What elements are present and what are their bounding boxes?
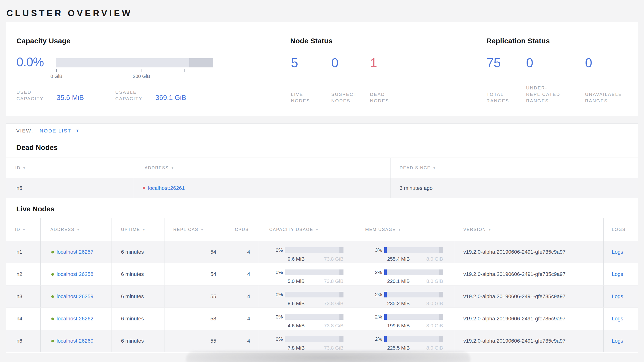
dead-nodes-heading: Dead Nodes xyxy=(16,138,638,152)
capacity-percent: 0% xyxy=(265,269,283,275)
mem-total-value: 8.0 GiB xyxy=(426,345,443,351)
capacity-stat-label: USABLE CAPACITY xyxy=(115,89,156,102)
node-address-cell: localhost:26257 xyxy=(40,241,111,263)
column-header-label: DEAD SINCE xyxy=(400,165,430,170)
node-address-link[interactable]: localhost:26260 xyxy=(56,338,93,344)
column-header[interactable]: REPLICAS ▼ xyxy=(164,218,224,241)
view-selector-bar: VIEW: NODE LIST ▼ xyxy=(6,123,638,138)
node-status-stat: 0 SUSPECT NODES xyxy=(331,55,370,104)
table-row: n1 localhost:26257 6 minutes 54 4 0% xyxy=(6,241,638,263)
axis-tick-label: 0 GiB xyxy=(50,74,62,79)
table-row: n3 localhost:26259 6 minutes 55 4 0% xyxy=(6,285,638,308)
mem-usage-bar xyxy=(384,314,443,320)
uptime-cell: 6 minutes xyxy=(111,241,164,263)
logs-cell: Logs xyxy=(604,330,638,352)
cpus-cell: 4 xyxy=(224,241,259,263)
sort-arrow-icon: ▼ xyxy=(200,228,204,232)
replication-stat: 75 TOTAL RANGES xyxy=(486,55,526,104)
column-header: LOGS xyxy=(604,218,638,241)
version-cell: v19.2.0-alpha.20190606-2491-gfe735c9a97 xyxy=(454,241,604,263)
logs-link[interactable]: Logs xyxy=(612,316,623,322)
bar-used-segment xyxy=(384,336,387,342)
replication-stat: 0 UNDER- REPLICATED RANGES xyxy=(526,55,585,104)
logs-link[interactable]: Logs xyxy=(612,249,623,255)
bar-other-segment xyxy=(340,292,344,297)
node-id-cell: n5 xyxy=(6,178,134,198)
mem-percent: 2% xyxy=(362,292,382,297)
logs-link[interactable]: Logs xyxy=(612,271,623,277)
cpus-cell: 4 xyxy=(224,263,259,285)
capacity-usage-cell: 0% 4.6 MiB 73.8 GiB xyxy=(259,308,356,330)
column-header[interactable]: MEM USAGE ▼ xyxy=(356,218,454,241)
capacity-usage-cell: 0% 7.8 MiB 73.8 GiB xyxy=(259,330,356,352)
sort-arrow-icon: ▼ xyxy=(23,166,26,170)
capacity-used-value: 8.6 MiB xyxy=(288,301,304,306)
column-header[interactable]: ID ▼ xyxy=(6,158,134,178)
capacity-used-percent: 0.0% xyxy=(16,55,44,69)
mem-usage-cell: 2% 220.1 MiB 8.0 GiB xyxy=(356,263,454,285)
bar-other-segment xyxy=(439,269,443,275)
node-address-cell: localhost:26259 xyxy=(40,285,111,307)
column-header-label: ADDRESS xyxy=(50,227,74,232)
logs-link[interactable]: Logs xyxy=(612,338,623,344)
capacity-stat-label: USED CAPACITY xyxy=(16,89,56,102)
horizontal-scrollbar[interactable] xyxy=(186,351,470,362)
node-address-link[interactable]: localhost:26258 xyxy=(56,271,93,277)
dead-since-cell: 3 minutes ago xyxy=(390,178,638,198)
mem-usage-cell: 2% 235.2 MiB 8.0 GiB xyxy=(356,285,454,307)
mem-percent: 2% xyxy=(362,269,382,275)
capacity-meter-other-segment xyxy=(189,58,213,67)
node-status-stats: 5 LIVE NODES 0 SUSPECT NODES 1 DEAD NODE… xyxy=(291,55,410,104)
node-id-cell: n4 xyxy=(6,308,40,330)
mem-total-value: 8.0 GiB xyxy=(426,256,443,262)
node-address-link[interactable]: localhost:26262 xyxy=(56,316,93,322)
stat-number: 0 xyxy=(331,55,370,70)
node-address-link[interactable]: localhost:26259 xyxy=(56,293,93,300)
bar-other-segment xyxy=(340,269,344,275)
stat-label: TOTAL RANGES xyxy=(486,91,526,104)
stat-number: 75 xyxy=(486,55,526,70)
mem-total-value: 8.0 GiB xyxy=(426,323,443,328)
node-address-link[interactable]: localhost:26261 xyxy=(148,185,185,191)
replicas-cell: 54 xyxy=(164,241,224,263)
table-row: n6 localhost:26260 6 minutes 55 4 0% xyxy=(6,330,638,352)
column-header[interactable]: ADDRESS ▼ xyxy=(40,218,111,241)
sort-arrow-icon: ▼ xyxy=(22,228,26,232)
dead-nodes-table-body: n5 localhost:26261 3 minutes ago xyxy=(6,178,638,198)
view-dropdown[interactable]: NODE LIST xyxy=(40,128,71,134)
logs-link[interactable]: Logs xyxy=(612,293,623,300)
column-header[interactable]: CAPACITY USAGE ▼ xyxy=(259,218,356,241)
axis-tick xyxy=(184,69,184,72)
capacity-usage-cell: 0% 5.0 MiB 73.8 GiB xyxy=(259,263,356,285)
node-status-dot xyxy=(51,295,54,298)
sort-arrow-icon: ▼ xyxy=(488,228,492,232)
logs-cell: Logs xyxy=(604,263,638,285)
column-header[interactable]: ADDRESS ▼ xyxy=(134,158,390,178)
logs-cell: Logs xyxy=(604,308,638,330)
sort-arrow-icon: ▼ xyxy=(315,228,319,232)
column-header[interactable]: UPTIME ▼ xyxy=(111,218,164,241)
node-status-dot xyxy=(51,251,54,253)
cpus-cell: 4 xyxy=(224,285,259,307)
column-header[interactable]: VERSION ▼ xyxy=(454,218,604,241)
column-header[interactable]: ID ▼ xyxy=(6,218,40,241)
uptime-cell: 6 minutes xyxy=(111,285,164,307)
node-status-dot xyxy=(143,187,145,189)
column-header-label: MEM USAGE xyxy=(365,227,396,232)
node-list-panel: Dead Nodes ID ▼ ADDRESS ▼ DEAD SINCE ▼ n… xyxy=(6,138,638,353)
chevron-down-icon[interactable]: ▼ xyxy=(76,128,80,133)
capacity-usage-bar xyxy=(285,269,344,275)
node-address-link[interactable]: localhost:26257 xyxy=(56,249,93,255)
column-header[interactable]: DEAD SINCE ▼ xyxy=(390,158,638,178)
capacity-percent: 0% xyxy=(265,314,283,320)
stat-label: UNDER- REPLICATED RANGES xyxy=(526,85,585,104)
table-row: n5 localhost:26261 3 minutes ago xyxy=(6,178,638,198)
replicas-cell: 55 xyxy=(164,285,224,307)
capacity-stat-value: 369.1 GiB xyxy=(156,94,186,102)
version-cell: v19.2.0-alpha.20190606-2491-gfe735c9a97 xyxy=(454,330,604,352)
capacity-total-value: 73.8 GiB xyxy=(324,323,344,328)
capacity-stats: USED CAPACITY 35.6 MiB USABLE CAPACITY 3… xyxy=(16,89,214,102)
capacity-meter: 0 GiB 200 GiB xyxy=(56,58,213,67)
capacity-used-value: 9.6 MiB xyxy=(288,256,304,262)
mem-used-value: 235.2 MiB xyxy=(387,301,410,306)
